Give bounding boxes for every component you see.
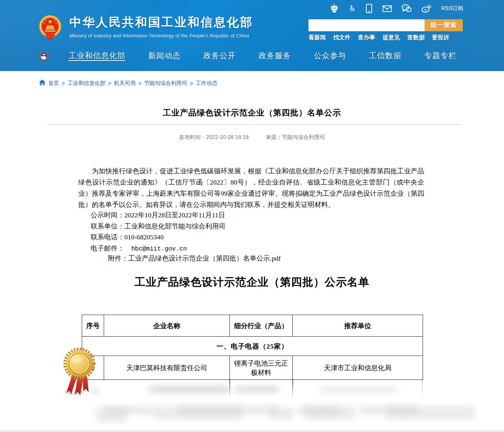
award-medal-icon bbox=[61, 344, 98, 398]
col-header-no: 序号 bbox=[82, 315, 104, 337]
page-root: ♿ bbox=[0, 0, 504, 432]
unified-search: 统一搜索 bbox=[308, 19, 463, 31]
breadcrumb-item-bureaus[interactable]: 机关司局 bbox=[114, 80, 135, 87]
quick-link-data[interactable]: 查数据 bbox=[407, 34, 425, 41]
mobile-phone-icon[interactable] bbox=[365, 3, 373, 14]
cell-recommender: 天津市工业和信息化局 bbox=[293, 356, 423, 380]
nav-item-miit[interactable]: 工业和信息化部 bbox=[69, 51, 125, 61]
search-input[interactable] bbox=[308, 19, 425, 31]
nav-item-gov-open[interactable]: 政务公开 bbox=[203, 51, 236, 61]
publicity-period: 公示时间：2022年10月28日至2022年11月11日 bbox=[91, 210, 226, 221]
site-brand: ★ ★ ★ ★ ★ 中华人民共和国工业和信息化部 Ministry of Ind… bbox=[38, 14, 253, 41]
page-bottom-strip bbox=[0, 430, 504, 432]
col-header-industry: 细分行业（产品） bbox=[230, 315, 293, 337]
weibo-icon[interactable] bbox=[421, 4, 432, 13]
col-header-recommender: 推荐单位 bbox=[293, 315, 423, 337]
brand-text: 中华人民共和国工业和信息化部 Ministry of Industry and … bbox=[69, 14, 253, 39]
list-heading: 工业产品绿色设计示范企业（第四批）公示名单 bbox=[0, 275, 504, 290]
title-divider bbox=[46, 124, 461, 125]
article-paragraph: 为加快推行绿色设计，促进工业绿色低碳循环发展，根据《工业和信息化部办公厅关于组织… bbox=[78, 166, 424, 210]
site-header: ♿ bbox=[0, 0, 504, 71]
nav-item-participation[interactable]: 公众参与 bbox=[314, 51, 346, 61]
svg-text:★: ★ bbox=[45, 19, 47, 21]
site-title-cn: 中华人民共和国工业和信息化部 bbox=[69, 14, 253, 30]
national-emblem-logo: ★ ★ ★ ★ ★ bbox=[38, 14, 62, 41]
breadcrumb-home[interactable]: 首页 bbox=[48, 80, 59, 87]
contact-email-value: hbc@miit.gov.cn bbox=[131, 246, 187, 252]
table-header-row: 序号 企业名称 细分行业（产品） 推荐单位 bbox=[82, 315, 423, 337]
nav-items: 工业和信息化部 新闻动态 政务公开 政务服务 公众参与 工信数据 专题专栏 bbox=[69, 46, 457, 65]
wechat-icon[interactable] bbox=[401, 4, 412, 13]
breadcrumb-item-miit[interactable]: 工业和信息化部 bbox=[67, 80, 105, 87]
breadcrumb-separator: > bbox=[190, 80, 193, 86]
svg-text:★: ★ bbox=[55, 21, 57, 24]
wheelchair-accessibility-icon[interactable]: ♿ bbox=[349, 5, 356, 13]
search-button[interactable]: 统一搜索 bbox=[425, 19, 463, 31]
cell-company: 天津巴莫科技有限责任公司 bbox=[104, 356, 230, 380]
nav-item-gov-services[interactable]: 政务服务 bbox=[258, 51, 291, 61]
robot-mascot-icon[interactable] bbox=[329, 3, 339, 14]
nav-item-topics[interactable]: 专题专栏 bbox=[424, 51, 457, 61]
utility-icon-row: ♿ bbox=[329, 3, 463, 14]
svg-text:★: ★ bbox=[47, 18, 52, 25]
home-icon[interactable] bbox=[39, 80, 46, 87]
nav-item-news[interactable]: 新闻动态 bbox=[148, 51, 180, 61]
quick-link-news[interactable]: 看新闻 bbox=[308, 34, 326, 41]
article-meta: 发布时间：2022-10-28 18:18 来源：节能与综合利用司 bbox=[0, 134, 504, 141]
cell-industry: 锂离子电池三元正极材料 bbox=[230, 356, 293, 380]
contact-email-line: 电子邮件：hbc@miit.gov.cn bbox=[91, 243, 226, 255]
contact-block: 公示时间：2022年10月28日至2022年11月11日 联系单位：工业和信息化… bbox=[91, 210, 226, 254]
breadcrumb-separator: > bbox=[108, 80, 111, 86]
table-row: 1 天津巴莫科技有限责任公司 锂离子电池三元正极材料 天津市工业和信息化局 bbox=[82, 356, 423, 380]
quick-links-row: 看新闻 找文件 查办事 提意见 查数据 要投诉 bbox=[308, 34, 449, 41]
col-header-company: 企业名称 bbox=[104, 315, 230, 337]
enterprise-table: 序号 企业名称 细分行业（产品） 推荐单位 一、电子电器（25家） 1 天津巴莫… bbox=[82, 315, 423, 380]
blurred-table-continuation bbox=[82, 379, 423, 429]
primary-nav: 工业和信息化部 新闻动态 政务公开 政务服务 公众参与 工信数据 专题专栏 bbox=[0, 46, 504, 65]
breadcrumb-separator: > bbox=[62, 80, 65, 86]
breadcrumb-separator: > bbox=[138, 80, 141, 86]
contact-email-label: 电子邮件： bbox=[91, 244, 125, 252]
category-label: 一、电子电器（25家） bbox=[82, 337, 423, 356]
contact-phone: 联系电话：010-68205340 bbox=[91, 232, 226, 243]
svg-text:★: ★ bbox=[53, 19, 55, 21]
blurred-bottom-rows bbox=[50, 405, 482, 430]
article-source: 来源：节能与综合利用司 bbox=[266, 134, 325, 140]
quick-link-feedback[interactable]: 提意见 bbox=[383, 34, 400, 41]
nav-item-data[interactable]: 工信数据 bbox=[369, 51, 401, 61]
breadcrumb-item-energy-dept[interactable]: 节能与综合利用司 bbox=[144, 80, 187, 87]
quick-link-complaint[interactable]: 要投诉 bbox=[432, 34, 449, 41]
article-title: 工业产品绿色设计示范企业（第四批）名单公示 bbox=[0, 107, 504, 118]
breadcrumb: 首页 > 工业和信息化部 > 机关司局 > 节能与综合利用司 > 工作动态 bbox=[39, 80, 217, 87]
attachment-pdf-link[interactable]: 附件：工业产品绿色设计示范企业（第四批）名单公示.pdf bbox=[108, 254, 281, 263]
breadcrumb-item-work-news[interactable]: 工作动态 bbox=[196, 80, 217, 87]
svg-text:★: ★ bbox=[43, 21, 45, 24]
quick-link-services[interactable]: 查办事 bbox=[358, 34, 375, 41]
mail-envelope-icon[interactable] bbox=[382, 4, 392, 13]
contact-unit: 联系单位：工业和信息化部节能与综合利用司 bbox=[91, 221, 226, 232]
publish-time: 发布时间：2022-10-28 18:18 bbox=[179, 134, 249, 140]
category-row: 一、电子电器（25家） bbox=[82, 337, 423, 356]
miit-gear-e-icon bbox=[39, 50, 50, 62]
rss-subscribe-link[interactable]: RSS订阅 bbox=[441, 5, 463, 12]
site-title-en: Ministry of Industry and Information Tec… bbox=[69, 33, 253, 39]
quick-link-files[interactable]: 找文件 bbox=[333, 34, 351, 41]
